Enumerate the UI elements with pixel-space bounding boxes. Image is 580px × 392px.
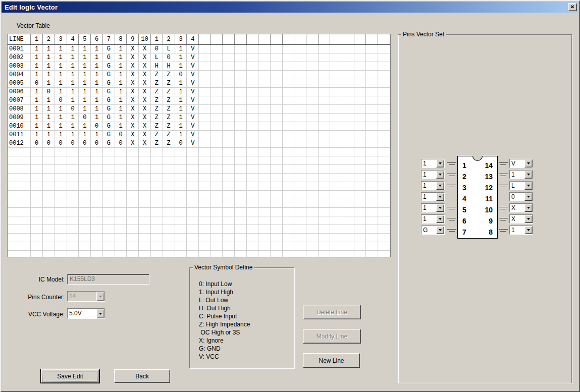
table-row[interactable]: 0002111111G1XXL01V (8, 53, 390, 62)
vector-cell[interactable]: 1 (31, 53, 43, 62)
vector-cell[interactable]: X (139, 87, 151, 96)
vector-cell[interactable]: G (102, 70, 115, 79)
vector-cell[interactable]: 0 (115, 139, 127, 147)
line-number-cell[interactable]: 0001 (8, 44, 31, 53)
vector-cell[interactable]: 1 (31, 70, 43, 79)
vector-cell[interactable]: G (102, 96, 115, 104)
vector-cell[interactable]: X (127, 62, 139, 70)
vector-cell[interactable]: 1 (91, 104, 103, 113)
table-row[interactable]: 0006101111G1XXZZ1V (8, 87, 390, 96)
pin-2-combo-dropdown-button[interactable] (436, 171, 444, 179)
line-number-cell[interactable]: 0010 (8, 122, 31, 130)
vector-cell[interactable]: 1 (115, 122, 127, 130)
vector-cell[interactable]: X (127, 130, 139, 139)
vector-cell[interactable]: 1 (175, 79, 187, 87)
vector-cell[interactable]: X (139, 130, 151, 139)
vector-cell[interactable]: X (127, 87, 139, 96)
vector-cell[interactable]: Z (151, 130, 163, 139)
vector-cell[interactable]: 1 (67, 53, 79, 62)
vector-cell[interactable]: 0 (43, 87, 55, 96)
vector-cell[interactable]: X (127, 104, 139, 113)
vector-cell[interactable]: 1 (55, 44, 67, 53)
vector-cell[interactable]: G (102, 130, 115, 139)
vector-cell[interactable]: Z (151, 87, 163, 96)
vector-cell[interactable]: 1 (79, 96, 91, 104)
vector-cell[interactable]: 1 (79, 53, 91, 62)
vector-cell[interactable]: 1 (43, 96, 55, 104)
vector-cell[interactable]: 1 (55, 130, 67, 139)
vector-cell[interactable]: 0 (79, 113, 91, 122)
vector-cell[interactable]: 1 (31, 122, 43, 130)
pin-1-combo-dropdown-button[interactable] (436, 159, 444, 167)
table-row[interactable]: 0001111111G1XX0L1V (8, 44, 390, 53)
vector-cell[interactable]: 1 (91, 113, 103, 122)
vector-cell[interactable]: X (139, 79, 151, 87)
vector-cell[interactable]: 0 (31, 79, 43, 87)
vector-cell[interactable]: 1 (79, 122, 91, 130)
modify-line-button[interactable]: Modify Line (303, 329, 361, 344)
vector-cell[interactable]: V (187, 70, 199, 79)
vector-cell[interactable]: 0 (115, 130, 127, 139)
vector-cell[interactable]: 1 (115, 62, 127, 70)
vector-cell[interactable]: V (187, 104, 199, 113)
vector-cell[interactable]: Z (163, 130, 175, 139)
vector-cell[interactable]: 1 (91, 87, 103, 96)
vector-cell[interactable]: Z (163, 87, 175, 96)
table-row[interactable]: 0009111101G1XXZZ1V (8, 113, 390, 122)
vector-cell[interactable]: 0 (67, 139, 79, 147)
vector-cell[interactable]: 1 (175, 44, 187, 53)
pin-14-combo[interactable]: V (509, 159, 533, 168)
vector-cell[interactable]: 1 (115, 53, 127, 62)
pin-12-combo-dropdown-button[interactable] (524, 182, 533, 190)
pins-counter-combo[interactable]: 14 (67, 291, 105, 302)
vector-cell[interactable]: 1 (43, 70, 55, 79)
vector-cell[interactable]: 1 (91, 70, 103, 79)
vector-cell[interactable]: X (139, 53, 151, 62)
vector-cell[interactable]: Z (163, 113, 175, 122)
vector-cell[interactable]: V (187, 122, 199, 130)
pin-3-combo[interactable]: 1 (421, 181, 445, 190)
vector-cell[interactable]: 1 (67, 122, 79, 130)
vcc-voltage-dropdown-button[interactable] (96, 309, 104, 318)
vector-cell[interactable]: 1 (43, 79, 55, 87)
vector-cell[interactable]: 1 (91, 53, 103, 62)
vector-cell[interactable]: 1 (175, 104, 187, 113)
vector-cell[interactable]: G (102, 139, 115, 147)
vector-cell[interactable]: 1 (79, 79, 91, 87)
vector-cell[interactable]: 0 (31, 139, 43, 147)
pin-3-combo-dropdown-button[interactable] (436, 182, 444, 190)
vector-cell[interactable]: X (127, 96, 139, 104)
pin-9-combo-dropdown-button[interactable] (524, 215, 533, 223)
vector-cell[interactable]: X (139, 62, 151, 70)
vector-cell[interactable]: 1 (67, 96, 79, 104)
pin-6-combo-dropdown-button[interactable] (436, 215, 444, 223)
vector-cell[interactable]: 1 (79, 130, 91, 139)
vector-cell[interactable]: 1 (67, 62, 79, 70)
vector-cell[interactable]: V (187, 44, 199, 53)
vector-cell[interactable]: Z (163, 79, 175, 87)
vector-cell[interactable]: 1 (115, 79, 127, 87)
vector-cell[interactable]: 1 (31, 62, 43, 70)
pin-12-combo[interactable]: L (509, 181, 533, 190)
vector-cell[interactable]: 1 (115, 70, 127, 79)
vector-cell[interactable]: 1 (43, 130, 55, 139)
pin-10-combo-dropdown-button[interactable] (524, 204, 533, 212)
vector-cell[interactable]: V (187, 87, 199, 96)
vector-cell[interactable]: X (127, 53, 139, 62)
pin-8-combo-dropdown-button[interactable] (524, 226, 533, 234)
line-number-cell[interactable]: 0011 (8, 130, 31, 139)
vector-cell[interactable]: Z (163, 104, 175, 113)
vector-cell[interactable]: 1 (175, 122, 187, 130)
vector-cell[interactable]: X (139, 113, 151, 122)
pin-2-combo[interactable]: 1 (421, 170, 445, 179)
vector-cell[interactable]: 1 (175, 53, 187, 62)
vector-cell[interactable]: X (127, 139, 139, 147)
table-row[interactable]: 0003111111G1XXHH1V (8, 62, 390, 70)
table-row[interactable]: 0010111110G1XXZZ1V (8, 122, 390, 130)
vector-cell[interactable]: V (187, 62, 199, 70)
vector-cell[interactable]: X (139, 44, 151, 53)
vector-cell[interactable]: 1 (115, 113, 127, 122)
vector-cell[interactable]: 1 (175, 62, 187, 70)
table-row[interactable]: 0012000000G0XXZZ0V (8, 139, 390, 147)
vector-cell[interactable]: X (139, 70, 151, 79)
